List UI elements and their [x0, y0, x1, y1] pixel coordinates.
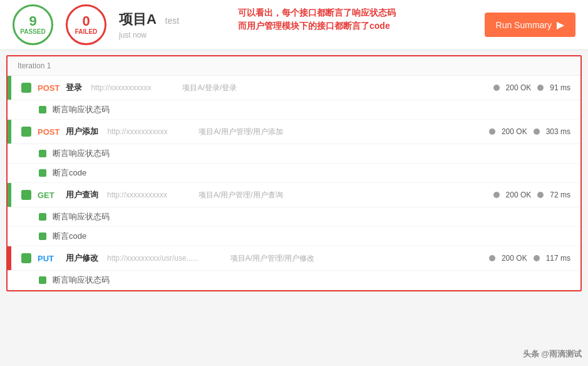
failed-count: 0 [82, 14, 90, 28]
request-row[interactable]: POST用户添加http://xxxxxxxxxxx项目A/用户管理/用户添加2… [8, 120, 580, 144]
request-name: 用户查询 [66, 189, 98, 201]
assertion-text: 断言响应状态码 [53, 211, 110, 222]
assertion-indicator [39, 276, 46, 284]
iteration-label: Iteration 1 [8, 56, 580, 76]
request-url: http://xxxxxxxxxxx [91, 83, 151, 92]
failed-badge: 0 FAILED [66, 4, 106, 45]
assertion-text: 断言code [53, 231, 86, 242]
request-path: 项目A/用户管理/用户添加 [199, 127, 483, 137]
time-dot [534, 255, 540, 261]
assertion-text: 断言响应状态码 [53, 104, 110, 115]
left-marker [8, 246, 11, 270]
left-marker [8, 120, 11, 144]
time-dot [537, 192, 544, 198]
project-title: 项目A test [119, 10, 472, 29]
assertion-text: 断言响应状态码 [53, 148, 110, 159]
passed-count: 9 [29, 14, 36, 28]
header: 9 PASSED 0 FAILED 项目A test just now 可以看出… [0, 0, 588, 50]
request-row[interactable]: PUT用户修改http://xxxxxxxxx/usr/use......项目A… [8, 246, 580, 271]
request-row[interactable]: POST登录http://xxxxxxxxxxx项目A/登录/登录200 OK9… [8, 76, 580, 100]
assertion-indicator [39, 150, 46, 157]
assertion-indicator [39, 169, 46, 177]
request-method: POST [38, 83, 59, 93]
request-url: http://xxxxxxxxx/usr/use...... [107, 254, 199, 263]
time-text: 303 ms [546, 127, 570, 136]
time-text: 117 ms [546, 254, 570, 263]
request-path: 项目A/登录/登录 [182, 83, 487, 93]
request-row[interactable]: GET用户查询http://xxxxxxxxxxx项目A/用户管理/用户查询20… [8, 183, 580, 207]
time-text: 72 ms [550, 191, 570, 199]
time-dot [534, 128, 540, 135]
request-name: 用户添加 [66, 126, 98, 137]
requests-list: POST登录http://xxxxxxxxxxx项目A/登录/登录200 OK9… [8, 76, 580, 290]
assertion-indicator [39, 213, 46, 221]
run-summary-button[interactable]: Run Summary ▶ [485, 13, 575, 37]
project-info: 项目A test just now [119, 10, 472, 39]
assertion-row: 断言响应状态码 [8, 207, 580, 227]
failed-label: FAILED [75, 28, 98, 35]
assertion-row: 断言code [8, 164, 580, 183]
project-tag: test [165, 16, 180, 26]
request-status-indicator [21, 253, 31, 263]
request-status-indicator [21, 127, 31, 137]
request-path: 项目A/用户管理/用户查询 [199, 190, 487, 201]
status-dot [493, 85, 500, 91]
status-text: 200 OK [506, 191, 532, 199]
status-text: 200 OK [502, 254, 527, 263]
status-text: 200 OK [502, 127, 527, 136]
time-text: 91 ms [550, 83, 570, 92]
assertion-row: 断言code [8, 227, 580, 246]
passed-badge: 9 PASSED [13, 4, 53, 45]
run-summary-label: Run Summary [496, 20, 552, 30]
assertion-row: 断言响应状态码 [8, 100, 580, 120]
assertion-row: 断言响应状态码 [8, 144, 580, 164]
request-path: 项目A/用户管理/用户修改 [230, 253, 483, 264]
request-name: 用户修改 [66, 253, 98, 264]
request-url: http://xxxxxxxxxxx [107, 127, 167, 136]
main-content: Iteration 1 POST登录http://xxxxxxxxxxx项目A/… [6, 55, 582, 291]
request-url: http://xxxxxxxxxxx [107, 191, 167, 199]
request-name: 登录 [66, 82, 82, 93]
project-time: just now [119, 31, 472, 39]
time-dot [537, 85, 544, 91]
arrow-icon: ▶ [557, 19, 564, 31]
assertion-text: 断言响应状态码 [53, 274, 110, 286]
status-dot [493, 192, 500, 198]
left-marker [8, 183, 11, 207]
request-status-indicator [21, 83, 31, 93]
request-status-indicator [21, 190, 31, 200]
assertion-row: 断言响应状态码 [8, 271, 580, 290]
project-name: 项目A [119, 11, 157, 27]
left-marker [8, 76, 11, 100]
results-container: Iteration 1 POST登录http://xxxxxxxxxxx项目A/… [6, 55, 582, 291]
assertion-indicator [39, 106, 46, 113]
request-method: POST [38, 127, 59, 137]
status-text: 200 OK [506, 83, 532, 92]
assertion-indicator [39, 233, 46, 240]
passed-label: PASSED [20, 28, 45, 35]
status-dot [489, 128, 495, 135]
request-method: GET [38, 191, 59, 200]
request-method: PUT [38, 254, 59, 263]
assertion-text: 断言code [53, 167, 86, 179]
status-dot [489, 255, 495, 261]
